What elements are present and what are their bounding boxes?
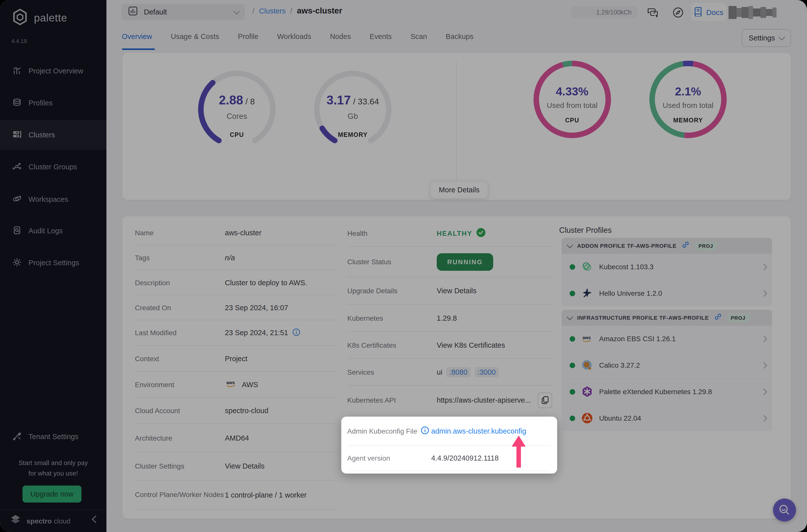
admin-kubeconfig-link[interactable]: admin.aws-cluster.kubeconfig	[431, 427, 526, 435]
profile-item-calico[interactable]: Calico 3.27.2	[562, 352, 772, 379]
cpu-donut-caption: Used from total	[530, 101, 615, 110]
memory-donut-caption: Used from total	[645, 101, 731, 110]
status-row-health: Health HEALTHY	[347, 220, 552, 247]
docs-button[interactable]: Docs	[691, 3, 726, 21]
detail-row-created-on: Created On 23 Sep 2024, 16:07	[135, 295, 337, 320]
detail-row-nodes: Control Plane/Worker Nodes 1 control-pla…	[135, 480, 337, 510]
cluster-settings-view-details-link[interactable]: View Details	[225, 462, 265, 470]
svg-text:aws: aws	[583, 335, 591, 340]
running-status-pill: RUNNING	[437, 253, 493, 270]
breadcrumb: / Clusters / aws-cluster	[252, 6, 342, 16]
kubecost-logo-icon	[581, 261, 593, 273]
chart-icon	[12, 65, 22, 77]
search-fab-button[interactable]	[773, 498, 796, 521]
detail-row-cluster-settings: Cluster Settings View Details	[135, 452, 337, 480]
sidebar-item-cluster-groups[interactable]: Cluster Groups	[0, 152, 107, 182]
memory-donut-chart: 2.1% Used from total MEMORY	[645, 57, 731, 142]
promo-line2: for what you use!	[0, 468, 107, 478]
aws-logo-icon: aws	[581, 333, 593, 345]
sidebar-item-clusters[interactable]: Clusters	[0, 120, 107, 150]
palette-hexagon-icon	[11, 8, 29, 28]
chevron-right-icon	[761, 264, 767, 270]
detail-row-cloud-account: Cloud Account spectro-cloud	[135, 398, 337, 424]
status-column: Health HEALTHY Cluster Status RUNNING Up…	[347, 220, 552, 415]
tab-events[interactable]: Events	[370, 23, 392, 40]
profile-item-ubuntu[interactable]: Ubuntu 22.04	[562, 405, 772, 431]
cpu-gauge-value: 2.88 / 8	[194, 93, 279, 108]
sidebar-item-project-overview[interactable]: Project Overview	[0, 56, 107, 86]
annotation-arrow-icon	[509, 436, 528, 470]
project-selector[interactable]: Default	[121, 4, 245, 20]
detail-row-environment: Environment aws AWS	[135, 372, 337, 398]
memory-gauge-label: MEMORY	[310, 130, 395, 139]
project-selector-value: Default	[144, 8, 229, 16]
upgrade-view-details-link[interactable]: View Details	[437, 287, 476, 295]
usage-quota-pill: 1.29/100kCh	[570, 6, 638, 18]
detail-row-architecture: Architecture AMD64	[135, 424, 337, 452]
divider	[348, 471, 550, 471]
addon-profile-header[interactable]: ADDON PROFILE TF-AWS-PROFILE PROJ	[562, 238, 772, 254]
view-k8s-certificates-link[interactable]: View K8s Certificates	[437, 341, 505, 349]
detail-row-name: Name aws-cluster	[135, 220, 337, 245]
link-icon	[714, 313, 722, 323]
profile-item-pxk[interactable]: Palette eXtended Kubernetes 1.29.8	[562, 379, 772, 405]
tab-backups[interactable]: Backups	[446, 23, 473, 40]
agent-version-value: 4.4.9/20240912.1118	[431, 454, 499, 462]
sidebar-item-profiles[interactable]: Profiles	[0, 88, 107, 118]
breadcrumb-separator: /	[290, 6, 292, 15]
breadcrumb-link-clusters[interactable]: Clusters	[259, 7, 286, 15]
upgrade-now-button[interactable]: Upgrade now	[22, 486, 81, 502]
cpu-gauge-label: CPU	[194, 130, 279, 139]
app-window: palette 4.4.19 Project Overview Profiles…	[0, 0, 807, 532]
sidebar-item-label: Profiles	[29, 99, 53, 107]
screen: palette 4.4.19 Project Overview Profiles…	[0, 0, 807, 532]
chat-icon[interactable]	[647, 6, 660, 20]
chevron-right-icon	[761, 362, 767, 368]
tab-profile[interactable]: Profile	[238, 23, 258, 40]
detail-row-tags: Tags n/a	[135, 245, 337, 270]
chevron-down-icon	[233, 8, 240, 14]
profile-item-ebs-csi[interactable]: aws Amazon EBS CSI 1.26.1	[562, 326, 772, 352]
palette-logo: palette	[11, 8, 67, 28]
doc-search-icon	[12, 225, 22, 236]
profile-item-kubecost[interactable]: Kubecost 1.103.3	[562, 254, 772, 280]
sidebar-item-label: Project Settings	[29, 259, 79, 267]
memory-gauge-unit: Gb	[310, 112, 395, 121]
link-icon	[681, 241, 690, 251]
copy-icon[interactable]	[538, 392, 552, 408]
sidebar-item-project-settings[interactable]: Project Settings	[0, 248, 107, 278]
docs-label: Docs	[706, 8, 723, 16]
compass-icon[interactable]	[672, 6, 684, 20]
app-version: 4.4.19	[12, 38, 27, 44]
infrastructure-profile-header[interactable]: INFRASTRUCTURE PROFILE TF-AWS-PROFILE PR…	[562, 310, 772, 326]
tab-workloads[interactable]: Workloads	[277, 23, 311, 40]
detail-row-last-modified: Last Modified 23 Sep 2024, 21:51	[135, 320, 337, 346]
tab-usage-costs[interactable]: Usage & Costs	[171, 23, 219, 40]
more-details-button[interactable]: More Details	[430, 181, 488, 199]
details-column: Name aws-cluster Tags n/a Description Cl…	[135, 220, 337, 510]
service-port-8080-link[interactable]: :8080	[447, 367, 471, 377]
tab-overview[interactable]: Overview	[122, 23, 152, 40]
chevron-down-icon	[778, 34, 785, 40]
settings-button[interactable]: Settings	[742, 29, 791, 47]
cluster-profiles-title: Cluster Profiles	[559, 226, 612, 235]
status-dot	[570, 362, 575, 368]
info-icon[interactable]	[292, 328, 300, 338]
sidebar-item-audit-logs[interactable]: Audit Logs	[0, 216, 107, 246]
tab-scan[interactable]: Scan	[411, 23, 427, 40]
profile-item-hello-universe[interactable]: Hello Universe 1.2.0	[562, 280, 772, 306]
status-row-services: Services ui :8080 :3000	[347, 359, 552, 386]
card-divider	[456, 61, 457, 186]
proj-badge: PROJ	[695, 242, 717, 250]
sidebar-item-workspaces[interactable]: Workspaces	[0, 184, 107, 214]
sidebar-item-tenant-settings[interactable]: Tenant Settings	[0, 422, 107, 452]
chevron-right-icon	[761, 415, 767, 421]
metrics-card: 2.88 / 8 Cores CPU 3.17 / 33.64 Gb MEMOR…	[123, 53, 791, 200]
chevron-down-icon	[567, 242, 573, 248]
status-dot	[570, 264, 575, 269]
upgrade-promo: Start small and only pay for what you us…	[0, 458, 107, 478]
service-port-3000-link[interactable]: :3000	[474, 367, 499, 377]
sidebar-item-label: Cluster Groups	[29, 163, 77, 171]
info-icon[interactable]	[421, 426, 429, 436]
tab-nodes[interactable]: Nodes	[330, 23, 351, 40]
